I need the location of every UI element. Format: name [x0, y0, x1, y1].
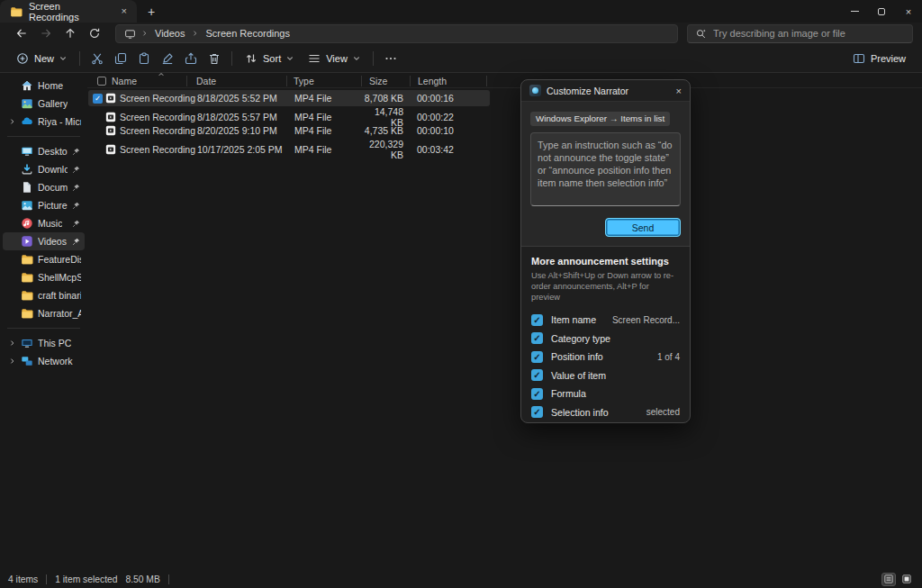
refresh-icon[interactable] [82, 24, 106, 42]
sidebar-item-home[interactable]: Home [3, 77, 85, 95]
select-all-checkbox[interactable] [97, 77, 106, 86]
checkbox-checked[interactable]: ✓ [531, 388, 543, 400]
sort-ascending-icon [158, 72, 165, 77]
column-header-length[interactable]: Length [418, 76, 447, 86]
sidebar-item-network[interactable]: Network [3, 352, 85, 370]
close-window-icon[interactable]: × [895, 0, 922, 23]
checkbox-checked[interactable]: ✓ [531, 351, 543, 363]
cut-button[interactable] [86, 48, 109, 69]
chevron-down-icon [353, 56, 360, 61]
checkbox-checked[interactable]: ✓ [531, 406, 543, 418]
rename-button[interactable] [156, 48, 179, 69]
breadcrumb-screen-recordings[interactable]: Screen Recordings [203, 28, 292, 39]
up-icon[interactable] [58, 24, 82, 42]
file-length: 00:00:22 [417, 112, 471, 122]
search-input[interactable] [713, 28, 905, 39]
file-length: 00:00:16 [417, 93, 471, 104]
chevron-down-icon [59, 56, 67, 61]
file-row[interactable]: Screen Recording 20... 8/18/2025 5:57 PM… [88, 106, 490, 122]
sidebar-item-this-pc[interactable]: This PC [3, 334, 85, 352]
delete-button[interactable] [203, 48, 226, 69]
option-label: Category type [551, 333, 610, 344]
checkbox-checked[interactable]: ✓ [531, 332, 543, 344]
send-button[interactable]: Send [605, 218, 681, 237]
row-checkbox-checked[interactable]: ✓ [93, 94, 103, 104]
file-name: Screen Recording 20... [120, 112, 197, 122]
sidebar-item-featurediscoverabil[interactable]: FeatureDiscoverabil [3, 250, 85, 268]
column-header-date[interactable]: Date [196, 76, 216, 86]
breadcrumb-videos[interactable]: Videos [153, 28, 186, 39]
folder-icon [21, 289, 33, 302]
new-button[interactable]: New [9, 48, 74, 69]
delete-icon [208, 52, 221, 65]
copy-button[interactable] [109, 48, 132, 69]
pin-icon [72, 166, 81, 174]
file-name: Screen Recording 20... [120, 93, 197, 104]
file-date: 8/18/2025 5:52 PM [197, 93, 294, 104]
file-type: MP4 File [294, 125, 364, 136]
mp4-file-icon [105, 112, 120, 122]
checkbox-checked[interactable]: ✓ [531, 314, 543, 326]
view-button[interactable]: View [301, 48, 367, 69]
chevron-down-icon [286, 56, 294, 61]
minimize-icon[interactable] [841, 0, 868, 23]
sidebar-item-pictures[interactable]: Pictures [3, 196, 85, 214]
checkbox-checked[interactable]: ✓ [531, 369, 543, 381]
new-tab-icon[interactable]: + [148, 5, 155, 18]
pin-icon [72, 202, 81, 210]
dialog-close-icon[interactable]: × [676, 86, 682, 96]
chevron-right-icon[interactable] [7, 118, 16, 125]
file-date: 8/18/2025 5:57 PM [197, 112, 294, 122]
sidebar-item-shellmcpservers[interactable]: ShellMcpServers [3, 268, 85, 286]
breadcrumb[interactable]: Videos Screen Recordings [115, 24, 678, 43]
sidebar-item-gallery[interactable]: Gallery [3, 95, 85, 113]
more-options-button[interactable] [379, 48, 402, 69]
navigation-pane: Home Gallery Riya - Microsoft Desktop Do… [0, 74, 87, 570]
selection-size: 8.50 MB [125, 574, 159, 584]
sidebar-divider [7, 328, 80, 329]
sidebar-item-desktop[interactable]: Desktop [3, 142, 85, 160]
maximize-icon[interactable] [868, 0, 895, 23]
sort-button[interactable]: Sort [238, 48, 301, 69]
context-badge: Windows Explorer → Items in list [530, 112, 670, 126]
narrator-icon [529, 85, 541, 96]
sidebar-item-music[interactable]: Music [3, 214, 85, 232]
preview-button[interactable]: Preview [845, 48, 913, 69]
thumbnail-view-toggle[interactable] [899, 573, 914, 586]
sidebar-item-videos[interactable]: Videos [3, 232, 85, 250]
new-button-label: New [34, 53, 54, 64]
pin-icon [72, 238, 81, 246]
mp4-file-icon [105, 144, 120, 155]
column-header-name[interactable]: Name [112, 76, 137, 86]
paste-button[interactable] [132, 48, 156, 69]
explorer-tab[interactable]: Screen Recordings × [0, 0, 137, 23]
sidebar-item-downloads[interactable]: Downloads [3, 160, 85, 178]
sidebar-item-narrator-arm[interactable]: Narrator_ARM_281' [3, 304, 85, 322]
search-box[interactable] [687, 24, 913, 43]
sidebar-divider [7, 136, 80, 137]
preview-pane-icon [853, 52, 865, 65]
dialog-title: Customize Narrator [547, 86, 628, 96]
status-bar: 4 items 1 item selected 8.50 MB [0, 570, 922, 588]
back-icon[interactable] [9, 24, 33, 42]
share-icon [185, 52, 197, 65]
chevron-right-icon[interactable] [7, 357, 16, 365]
network-icon [21, 355, 33, 367]
instruction-textarea[interactable] [530, 132, 681, 206]
gallery-icon [21, 97, 33, 110]
forward-icon[interactable] [33, 24, 58, 42]
sidebar-item-onedrive[interactable]: Riya - Microsoft [3, 113, 85, 131]
file-type: MP4 File [294, 93, 364, 104]
sidebar-item-documents[interactable]: Documents [3, 178, 85, 196]
column-header-type[interactable]: Type [294, 76, 314, 86]
file-row[interactable]: Screen Recording 20... 8/20/2025 9:10 PM… [88, 122, 490, 139]
tab-close-icon[interactable]: × [119, 5, 130, 17]
details-view-toggle[interactable] [881, 573, 896, 586]
pin-icon [72, 148, 81, 156]
file-row[interactable]: ✓ Screen Recording 20... 8/18/2025 5:52 … [88, 90, 490, 106]
column-header-size[interactable]: Size [369, 76, 387, 86]
sidebar-item-craft-binaries[interactable]: craft binaries [3, 286, 85, 304]
file-row[interactable]: Screen Recording 20... 10/17/2025 2:05 P… [88, 139, 490, 155]
chevron-right-icon[interactable] [7, 339, 16, 347]
share-button[interactable] [179, 48, 203, 69]
